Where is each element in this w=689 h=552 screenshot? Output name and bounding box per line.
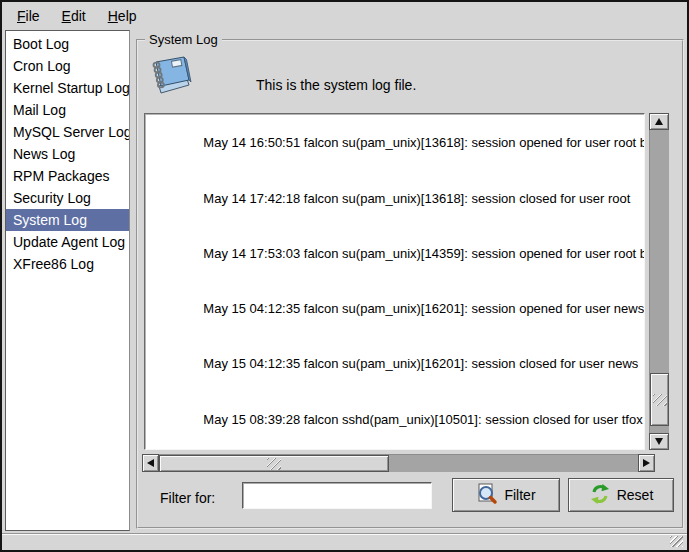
log-line-text: May 15 04:12:35 falcon su(pam_unix)[1620… [203, 301, 645, 316]
scroll-left-button[interactable] [142, 454, 159, 472]
sidebar-item[interactable]: Cron Log [6, 55, 129, 77]
log-viewer-window: File Edit Help Boot Log Cron Log Kernel … [0, 0, 689, 552]
menu-item[interactable]: Help [97, 4, 148, 28]
log-line[interactable]: ×May 14 16:50:51 falcon su(pam_unix)[136… [145, 116, 644, 171]
up-arrow-icon [655, 118, 663, 125]
menu-item[interactable]: Edit [51, 4, 97, 28]
log-line-text: May 14 16:50:51 falcon su(pam_unix)[1361… [203, 135, 645, 150]
log-text-area[interactable]: ×May 14 16:50:51 falcon su(pam_unix)[136… [144, 113, 645, 450]
sidebar-item[interactable]: Kernel Startup Log [6, 77, 129, 99]
system-log-frame: This is the system log file. ×May 14 16:… [136, 39, 684, 529]
left-arrow-icon [147, 459, 154, 467]
horizontal-scroll-thumb[interactable] [159, 455, 389, 472]
log-line[interactable]: ×May 15 04:12:35 falcon su(pam_unix)[162… [145, 337, 644, 392]
right-arrow-icon [643, 459, 650, 467]
filter-input[interactable] [242, 482, 432, 509]
sidebar-item[interactable]: XFree86 Log [6, 253, 129, 275]
log-line[interactable]: ×May 14 17:53:03 falcon su(pam_unix)[143… [145, 226, 644, 281]
log-line[interactable]: ×May 15 14:12:53 falcon xscreensaver(pam… [145, 447, 644, 450]
vertical-scrollbar [649, 113, 669, 450]
thumb-grip [653, 394, 667, 406]
log-line-text: May 14 17:42:18 falcon su(pam_unix)[1361… [203, 191, 630, 206]
sidebar-item[interactable]: MySQL Server Log [6, 121, 129, 143]
down-arrow-icon [655, 438, 663, 445]
log-line[interactable]: ×May 14 17:42:18 falcon su(pam_unix)[136… [145, 171, 644, 226]
horizontal-scrollbar [142, 454, 655, 472]
reset-button-label: Reset [617, 487, 654, 503]
magnifier-document-icon [476, 483, 498, 508]
green-refresh-arrows-icon [589, 483, 611, 508]
main-panel: System Log This is the sy [136, 30, 684, 531]
notebook-icon [148, 55, 194, 101]
sidebar-item[interactable]: Boot Log [6, 33, 129, 55]
menu-bar: File Edit Help [2, 2, 687, 29]
status-bar [2, 533, 687, 550]
filter-button[interactable]: Filter [452, 478, 560, 512]
scroll-up-button[interactable] [649, 113, 669, 130]
scroll-right-button[interactable] [638, 454, 655, 472]
log-line-text: May 15 04:12:35 falcon su(pam_unix)[1620… [203, 356, 638, 371]
thumb-grip [267, 458, 281, 470]
sidebar-item[interactable]: Mail Log [6, 99, 129, 121]
frame-title: System Log [145, 32, 222, 47]
log-description: This is the system log file. [256, 77, 416, 93]
scroll-down-button[interactable] [649, 433, 669, 450]
menu-item[interactable]: File [6, 4, 51, 28]
sidebar-item[interactable]: RPM Packages [6, 165, 129, 187]
filter-button-label: Filter [504, 487, 535, 503]
reset-button[interactable]: Reset [568, 478, 674, 512]
sidebar-item[interactable]: Security Log [6, 187, 129, 209]
log-line[interactable]: ×May 15 04:12:35 falcon su(pam_unix)[162… [145, 282, 644, 337]
vertical-scroll-trough[interactable] [649, 130, 669, 433]
vertical-scroll-thumb[interactable] [650, 373, 669, 426]
sidebar-item[interactable]: News Log [6, 143, 129, 165]
sidebar-item[interactable]: Update Agent Log [6, 231, 129, 253]
sidebar-item[interactable]: System Log [6, 209, 129, 231]
log-category-list: Boot Log Cron Log Kernel Startup Log Mai… [5, 30, 130, 531]
log-line-text: May 15 08:39:28 falcon sshd(pam_unix)[10… [203, 412, 642, 427]
log-line-text: May 14 17:53:03 falcon su(pam_unix)[1435… [203, 246, 645, 261]
log-line[interactable]: ×May 15 08:39:28 falcon sshd(pam_unix)[1… [145, 392, 644, 447]
horizontal-scroll-trough[interactable] [159, 454, 638, 472]
resize-grip[interactable] [670, 536, 683, 547]
filter-label: Filter for: [160, 490, 215, 506]
